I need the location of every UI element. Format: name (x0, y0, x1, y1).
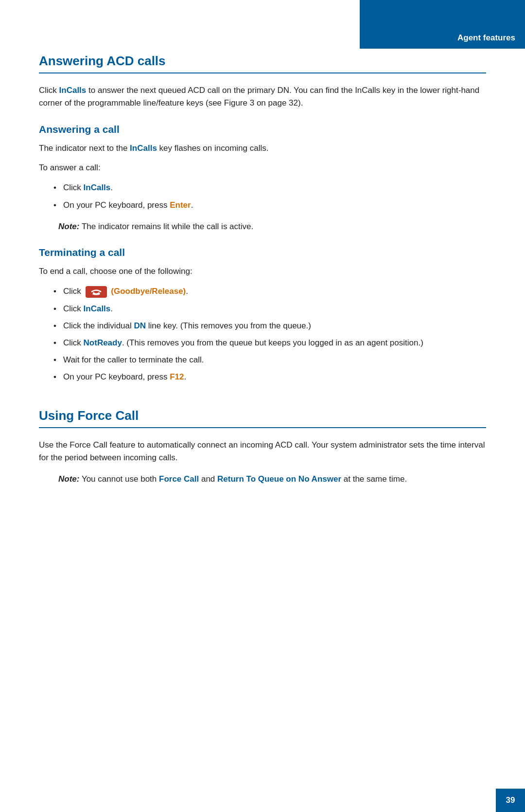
bullet-item: Click NotReady. (This removes you from t… (53, 336, 486, 349)
page-content: Answering ACD calls Click InCalls to ans… (0, 0, 525, 534)
section2-note-after: at the same time. (341, 474, 407, 484)
intro-text-before: Click (39, 86, 59, 95)
bullet-incalls2: InCalls (84, 304, 111, 313)
bullet-item: Click the individual DN line key. (This … (53, 319, 486, 332)
note-bold-label: Note: (58, 222, 79, 231)
bullet2-enter: Enter (170, 200, 191, 210)
bullet-f12: F12 (170, 372, 184, 381)
section2-note: Note: You cannot use both Force Call and… (58, 473, 486, 486)
subsection1-note: Note: The indicator remains lit while th… (58, 220, 486, 233)
page-number: 39 (496, 789, 525, 812)
subsection1-para1: The indicator next to the InCalls key fl… (39, 142, 486, 155)
section1-intro: Click InCalls to answer the next queued … (39, 84, 486, 110)
bullet-item: Wait for the caller to terminate the cal… (53, 353, 486, 366)
section2-return-queue: Return To Queue on No Answer (217, 474, 341, 484)
bullet-dn: DN (134, 321, 146, 330)
section1-title: Answering ACD calls (39, 54, 486, 73)
section2-note-mid: and (199, 474, 217, 484)
intro-text-after: to answer the next queued ACD call on th… (39, 86, 479, 108)
bullet-item: On your PC keyboard, press Enter. (53, 198, 486, 212)
section2-intro: Use the Force Call feature to automatica… (39, 439, 486, 465)
sub1-p1-before: The indicator next to the (39, 144, 130, 153)
bullet-item: Click InCalls. (53, 181, 486, 194)
subsection2-para1: To end a call, choose one of the followi… (39, 265, 486, 278)
header-label: Agent features (457, 33, 515, 43)
bullet-item: Click InCalls. (53, 302, 486, 315)
subsection2-bullets: Click (Goodbye/Release). Click InCalls. … (53, 285, 486, 383)
sub1-p1-after: key flashes on incoming calls. (157, 144, 269, 153)
bullet-item: On your PC keyboard, press F12. (53, 370, 486, 383)
goodbye-release-text: (Goodbye/Release) (111, 287, 186, 296)
note-text: The indicator remains lit while the call… (82, 222, 253, 231)
subsection1-bullets: Click InCalls. On your PC keyboard, pres… (53, 181, 486, 211)
section2-title: Using Force Call (39, 408, 486, 428)
section2-force-call: Force Call (159, 474, 199, 484)
section2-note-before: You cannot use both (82, 474, 159, 484)
header-bar: Agent features (360, 0, 525, 49)
section2-note-bold: Note: (58, 474, 79, 484)
goodbye-phone-icon (86, 286, 107, 298)
subsection2-title: Terminating a call (39, 247, 486, 258)
bullet-notready: NotReady (84, 338, 122, 347)
sub1-p1-incalls: InCalls (130, 144, 157, 153)
bullet1-incalls: InCalls (84, 183, 111, 192)
subsection1-para2: To answer a call: (39, 162, 486, 174)
intro-incalls: InCalls (59, 86, 87, 95)
bullet-item: Click (Goodbye/Release). (53, 285, 486, 298)
subsection1-title: Answering a call (39, 124, 486, 135)
